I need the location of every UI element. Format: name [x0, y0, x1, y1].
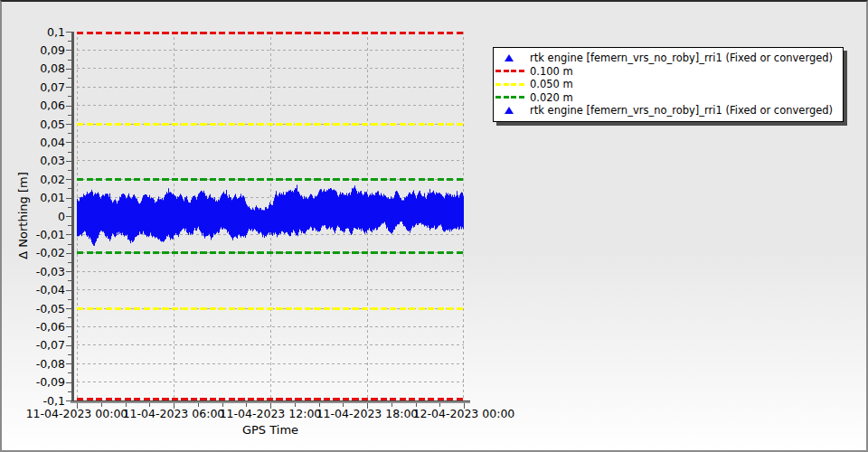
- data-series-canvas: [77, 32, 464, 400]
- y-axis-tick-label: 0,1: [5, 25, 65, 39]
- triangle-icon: [505, 54, 514, 61]
- x-axis-tick-label: 12-04-2023 00:00: [396, 407, 532, 420]
- dash-sample: [495, 70, 525, 72]
- y-axis-tick-label: 0,07: [5, 80, 65, 94]
- y-axis-tick-label: -0,07: [5, 338, 65, 352]
- y-axis-tick-label: 0,08: [5, 61, 65, 75]
- plot-area[interactable]: [77, 32, 464, 400]
- y-axis-tick-label: -0,09: [5, 375, 65, 389]
- legend-entry-label: rtk engine [femern_vrs_no_roby]_rri1 (Fi…: [530, 52, 833, 64]
- legend-entry: 0.020 m: [494, 91, 843, 105]
- legend-entry: rtk engine [femern_vrs_no_roby]_rri1 (Fi…: [494, 52, 843, 65]
- dashed-line-icon: [494, 96, 530, 99]
- triangle-icon: [505, 107, 514, 114]
- y-axis-tick-label: 0,03: [5, 154, 65, 167]
- legend-entry-label: 0.020 m: [530, 91, 573, 104]
- y-axis-tick-label: -0,04: [5, 283, 65, 297]
- y-axis-tick-label: 0,09: [5, 43, 65, 57]
- legend-entry-label: 0.100 m: [530, 65, 573, 78]
- y-axis-tick-label: -0,01: [5, 228, 65, 241]
- legend: rtk engine [femern_vrs_no_roby]_rri1 (Fi…: [493, 47, 844, 122]
- y-axis-tick-label: -0,03: [5, 265, 65, 278]
- legend-entry-label: 0.050 m: [530, 78, 573, 90]
- dashed-line-icon: [494, 83, 530, 86]
- y-axis-line: [71, 32, 74, 403]
- x-axis-line: [71, 400, 470, 403]
- legend-entry: 0.050 m: [494, 78, 843, 91]
- y-axis-tick-label: 0,05: [5, 118, 65, 131]
- legend-entry: 0.100 m: [494, 65, 843, 79]
- dash-sample: [495, 96, 525, 99]
- y-axis-tick-label: 0,06: [5, 99, 65, 112]
- triangle-marker-icon: [494, 107, 530, 114]
- chart-window: Δ Northing [m] GPS Time rtk engine [feme…: [0, 0, 868, 452]
- y-axis-tick-label: -0,08: [5, 357, 65, 371]
- legend-entry: rtk engine [femern_vrs_no_roby]_rri1 (Fi…: [494, 104, 843, 118]
- y-axis-tick-label: 0,02: [5, 173, 65, 186]
- dashed-line-icon: [494, 70, 530, 72]
- y-axis-tick-label: -0,02: [5, 246, 65, 259]
- legend-entry-label: rtk engine [femern_vrs_no_roby]_rri1 (Fi…: [530, 104, 833, 117]
- x-axis-title: GPS Time: [216, 423, 325, 437]
- y-axis-tick-label: -0,1: [5, 394, 65, 408]
- triangle-marker-icon: [494, 54, 530, 61]
- y-axis-tick-label: 0,04: [5, 136, 65, 149]
- dash-sample: [495, 83, 525, 86]
- y-axis-tick-label: -0,05: [5, 302, 65, 315]
- y-axis-tick-label: 0,01: [5, 191, 65, 204]
- y-axis-tick-label: -0,06: [5, 320, 65, 334]
- y-axis-tick-label: 0: [5, 210, 65, 223]
